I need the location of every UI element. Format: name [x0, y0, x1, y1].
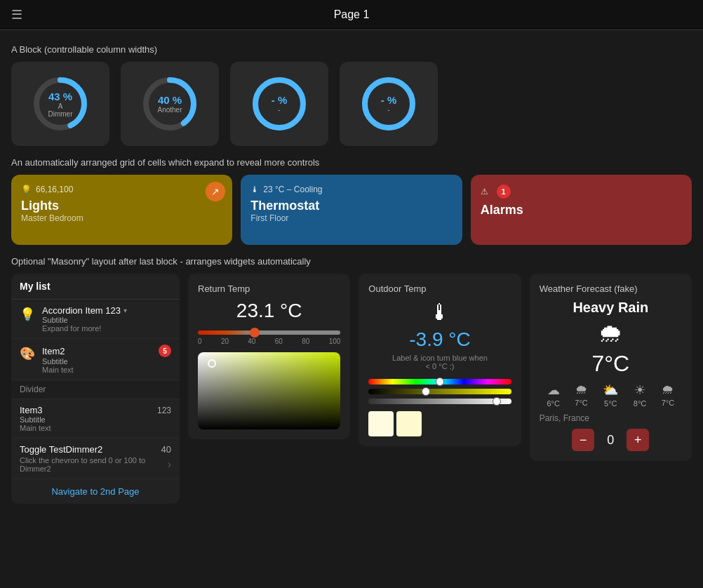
outdoor-temp-card: Outdoor Temp 🌡 -3.9 °C Label & icon turn… — [359, 274, 521, 446]
cell-icon: 🌡 — [250, 185, 259, 194]
color-picker[interactable] — [198, 352, 340, 429]
my-list-card: My list 💡 Accordion Item 123 ▾ Subtitle … — [11, 274, 180, 504]
forecast-icon: ⛅ — [603, 382, 618, 398]
auto-grid: ↗ 💡 66,16,100 Lights Master Bedroom 🌡 23… — [11, 175, 692, 245]
masonry-grid: My list 💡 Accordion Item 123 ▾ Subtitle … — [11, 274, 692, 504]
cell-header-text: 66,16,100 — [36, 185, 73, 194]
weather-main-temp: 7°C — [540, 351, 682, 377]
forecast-item-0: ☁ 6°C — [547, 382, 559, 408]
list-item-1[interactable]: 🎨 Item2 5 Subtitle Main text — [11, 339, 180, 380]
cell-card-alarms[interactable]: ⚠ 1 Alarms — [471, 175, 692, 245]
accordion-chevron[interactable]: ▾ — [123, 307, 127, 314]
list-item2-0[interactable]: Item3 123 Subtitle Main text — [11, 399, 180, 439]
dimmer-card-dimmer2[interactable]: 40 % Another — [121, 62, 219, 146]
cell-title: Alarms — [481, 203, 682, 218]
counter-minus-btn[interactable]: − — [572, 429, 594, 451]
navigate-btn[interactable]: Navigate to 2nd Page — [11, 479, 180, 504]
block2-label: An automatically arranged grid of cells … — [11, 157, 692, 168]
weather-forecast-row: ☁ 6°C 🌧 7°C ⛅ 5°C ☀ 8°C 🌧 7°C — [540, 382, 682, 408]
forecast-temp: 7°C — [575, 399, 587, 407]
outdoor-temp-label: Label & icon turn blue when< 0 °C :) — [368, 354, 511, 370]
color-slider-thumb — [422, 387, 430, 396]
color-sliders — [368, 379, 511, 404]
toggle-chevron[interactable]: › — [168, 458, 171, 471]
dimmer-card-dimmer3[interactable]: - % - — [230, 62, 328, 146]
cell-header: 💡 66,16,100 — [21, 185, 222, 194]
block1-label: A Block (controllable column widths) — [11, 44, 692, 55]
return-temp-slider-container[interactable]: 020406080100 — [198, 330, 340, 345]
toggle-num: 40 — [161, 444, 171, 455]
list-item-content: Item3 123 Subtitle Main text — [20, 405, 171, 432]
counter-plus-btn[interactable]: + — [627, 429, 649, 451]
menu-icon[interactable]: ☰ — [11, 7, 22, 22]
return-temp-value: 23.1 °C — [198, 300, 340, 322]
dimmer-card-dimmer1[interactable]: 43 % A Dimmer — [11, 62, 109, 146]
list-item-subtitle: Subtitle — [42, 357, 171, 366]
cell-title: Lights — [21, 199, 222, 213]
cell-subtitle: First Floor — [250, 213, 452, 223]
color-slider-rainbow[interactable] — [368, 379, 511, 385]
toggle-title: Toggle TestDimmer2 40 — [20, 444, 171, 455]
forecast-item-4: 🌧 7°C — [662, 382, 674, 408]
counter-value: 0 — [600, 433, 621, 448]
dimmer-card-dimmer4[interactable]: - % - — [340, 62, 438, 146]
slider-label: 40 — [248, 338, 255, 345]
color-slider-yellow[interactable] — [368, 389, 511, 394]
slider-label: 60 — [275, 338, 283, 345]
list-item-icon: 💡 — [20, 307, 35, 322]
cell-card-thermostat[interactable]: 🌡 23 °C – Cooling Thermostat First Floor — [241, 175, 462, 245]
list-item-text: Main text — [20, 424, 171, 432]
alarm-badge: 1 — [497, 185, 511, 199]
list-item-content: Accordion Item 123 ▾ Subtitle Expand for… — [42, 305, 171, 333]
slider-label: 20 — [221, 338, 229, 345]
toggle-item[interactable]: Toggle TestDimmer2 40 Click the chevron … — [11, 439, 180, 479]
page-title: Page 1 — [334, 8, 370, 21]
forecast-icon: 🌧 — [575, 382, 588, 397]
color-square-0[interactable] — [368, 411, 394, 436]
dimmer-pct: 43 % — [46, 91, 74, 102]
cell-header-text: 23 °C – Cooling — [263, 185, 322, 194]
list-divider: Divider — [11, 380, 180, 399]
forecast-temp: 8°C — [634, 399, 646, 408]
list-item-subtitle: Subtitle — [20, 415, 171, 424]
toggle-desc-text: Click the chevron to send 0 or 100 to Di… — [20, 456, 165, 473]
cell-header: ⚠ 1 — [481, 185, 682, 199]
weather-title: Weather Forecast (fake) — [540, 283, 682, 294]
color-squares — [368, 411, 511, 436]
dimmer-label: - — [272, 106, 288, 114]
slider-label: 0 — [198, 338, 202, 345]
cell-title: Thermostat — [250, 199, 452, 213]
cell-card-lights[interactable]: ↗ 💡 66,16,100 Lights Master Bedroom — [11, 175, 232, 245]
list-item-subtitle: Subtitle — [42, 316, 171, 324]
return-temp-card: Return Temp 23.1 °C 020406080100 — [188, 274, 350, 439]
cell-icon: ⚠ — [481, 187, 488, 196]
dimmer-pct: - % — [272, 94, 288, 106]
list-item-text: Main text — [42, 366, 171, 374]
forecast-item-1: 🌧 7°C — [575, 382, 587, 408]
forecast-temp: 6°C — [547, 399, 559, 408]
toggle-title-text: Toggle TestDimmer2 — [20, 444, 102, 455]
counter-row: − 0 + — [540, 429, 682, 451]
slider-label: 100 — [329, 338, 341, 345]
weather-card: Weather Forecast (fake) Heavy Rain 🌧 7°C… — [530, 274, 692, 461]
my-list-title: My list — [11, 274, 180, 300]
weather-location: Paris, France — [540, 413, 682, 423]
forecast-icon: ☁ — [547, 382, 560, 398]
outdoor-temp-title: Outdoor Temp — [368, 283, 511, 294]
list-item-content: Item2 5 Subtitle Main text — [42, 345, 171, 374]
color-slider-thumb — [493, 397, 501, 406]
list-item-title: Accordion Item 123 ▾ — [42, 305, 171, 316]
cell-subtitle: Master Bedroom — [21, 213, 222, 223]
list-badge: 5 — [159, 345, 171, 357]
color-slider-white[interactable] — [368, 399, 511, 404]
forecast-item-3: ☀ 8°C — [634, 382, 646, 408]
dimmer-circle-dimmer4: - % - — [361, 76, 417, 132]
color-square-1[interactable] — [396, 411, 422, 436]
outdoor-temp-value: -3.9 °C — [368, 328, 511, 351]
list-item-0[interactable]: 💡 Accordion Item 123 ▾ Subtitle Expand f… — [11, 300, 180, 339]
forecast-temp: 7°C — [662, 399, 674, 407]
color-slider-thumb — [436, 377, 444, 386]
cell-icon: 💡 — [21, 185, 32, 194]
slider-label: 80 — [302, 338, 309, 345]
weather-main-icon: 🌧 — [540, 319, 682, 348]
